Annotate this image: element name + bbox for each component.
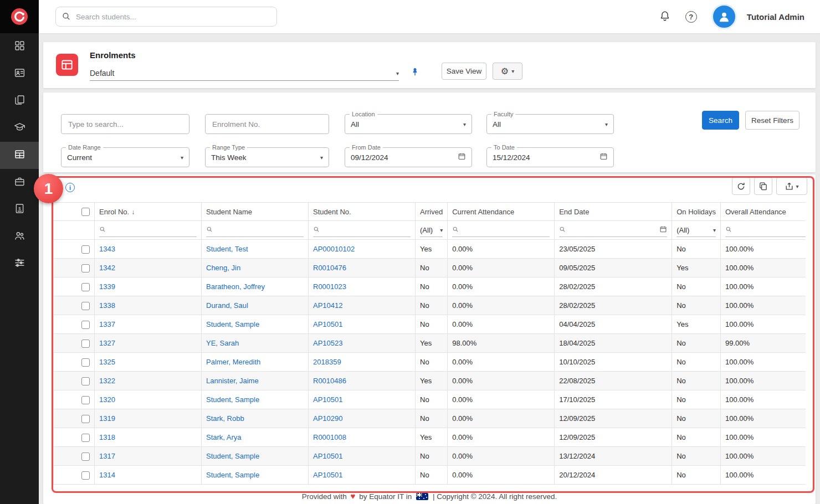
- student_name-link[interactable]: Lannister, Jaime: [206, 377, 259, 385]
- filter-input-enrol_no[interactable]: [109, 225, 197, 234]
- app-logo[interactable]: [0, 0, 39, 33]
- select-all-checkbox[interactable]: [81, 208, 90, 216]
- filter-on_holidays[interactable]: (All)▾: [672, 221, 721, 240]
- to-date-field[interactable]: To Date 15/12/2024: [486, 147, 614, 167]
- filter-input-overall_attendance[interactable]: [735, 225, 806, 234]
- enrol_no-link[interactable]: 1325: [99, 358, 115, 366]
- enrol_no-link[interactable]: 1339: [99, 282, 115, 291]
- reset-filters-button[interactable]: Reset Filters: [745, 111, 800, 130]
- view-settings-button[interactable]: ⚙ ▾: [493, 63, 522, 80]
- filter-search-input[interactable]: [67, 120, 183, 129]
- help-button[interactable]: ?: [685, 11, 697, 23]
- sidebar-item-jobs[interactable]: [0, 169, 39, 196]
- avatar[interactable]: [711, 4, 737, 29]
- export-button[interactable]: ▾: [776, 177, 807, 195]
- student_no-link[interactable]: R0010486: [313, 377, 346, 385]
- student_name-link[interactable]: YE, Sarah: [206, 339, 239, 347]
- info-icon[interactable]: i: [65, 183, 75, 192]
- student_no-link[interactable]: R0001023: [313, 282, 346, 291]
- student_name-link[interactable]: Stark, Robb: [206, 414, 244, 423]
- filter-input-current_attendance[interactable]: [462, 225, 550, 234]
- enrol_no-link[interactable]: 1342: [99, 264, 115, 272]
- enrolment-no-input[interactable]: [211, 120, 323, 129]
- student_name-link[interactable]: Student, Sample: [206, 452, 259, 460]
- student_no-link[interactable]: AP10523: [313, 339, 343, 347]
- enrol_no-link[interactable]: 1337: [99, 320, 115, 328]
- filter-input-student_no[interactable]: [322, 225, 411, 234]
- filter-current_attendance[interactable]: [448, 221, 555, 240]
- filter-input-end_date[interactable]: [568, 225, 657, 234]
- enrol_no-link[interactable]: 1317: [99, 452, 115, 460]
- row-checkbox[interactable]: [81, 377, 90, 385]
- column-header-arrived[interactable]: Arrived: [416, 203, 448, 221]
- save-view-button[interactable]: Save View: [442, 63, 486, 80]
- sidebar-item-courses[interactable]: [0, 115, 39, 142]
- student_name-link[interactable]: Student, Sample: [206, 471, 259, 479]
- row-checkbox[interactable]: [81, 302, 90, 310]
- refresh-button[interactable]: [732, 177, 750, 195]
- column-header-enrol_no[interactable]: Enrol No.↓: [95, 203, 202, 221]
- filter-student_no[interactable]: [309, 221, 416, 240]
- student_no-link[interactable]: AP10501: [313, 320, 343, 328]
- notifications-button[interactable]: [659, 10, 671, 24]
- student_name-link[interactable]: Stark, Arya: [206, 433, 242, 441]
- column-header-student_no[interactable]: Student No.: [309, 203, 416, 221]
- faculty-select[interactable]: Faculty All ▾: [486, 114, 614, 134]
- row-checkbox[interactable]: [81, 321, 90, 329]
- student_no-link[interactable]: AP10501: [313, 395, 343, 404]
- column-header-overall_attendance[interactable]: Overall Attendance: [721, 203, 806, 221]
- student_no-link[interactable]: AP10501: [313, 471, 343, 479]
- row-checkbox[interactable]: [81, 452, 90, 461]
- sidebar-item-enrolments[interactable]: [0, 142, 39, 169]
- student_no-link[interactable]: AP10290: [313, 414, 343, 423]
- row-checkbox[interactable]: [81, 471, 90, 480]
- enrol_no-link[interactable]: 1314: [99, 471, 115, 479]
- filter-student_name[interactable]: [202, 221, 309, 240]
- student_no-link[interactable]: 2018359: [313, 358, 341, 366]
- search-button[interactable]: Search: [702, 111, 739, 130]
- student_name-link[interactable]: Cheng, Jin: [206, 264, 240, 272]
- filter-arrived[interactable]: (All)▾: [416, 221, 448, 240]
- student_name-link[interactable]: Palmer, Meredith: [206, 358, 260, 366]
- filter-enrol_no[interactable]: [95, 221, 202, 240]
- enrolment-no-field[interactable]: [205, 114, 329, 134]
- enrol_no-link[interactable]: 1343: [99, 245, 115, 253]
- student_no-link[interactable]: AP00010102: [313, 245, 355, 253]
- student_name-link[interactable]: Student, Test: [206, 245, 248, 253]
- column-header-student_name[interactable]: Student Name: [202, 203, 309, 221]
- student_name-link[interactable]: Student, Sample: [206, 395, 259, 404]
- date-range-select[interactable]: Date Range Current ▾: [61, 147, 189, 167]
- view-select[interactable]: Default ▾: [90, 66, 399, 81]
- location-select[interactable]: Location All ▾: [345, 114, 472, 134]
- user-name[interactable]: Tutorial Admin: [747, 12, 804, 22]
- filter-input-student_name[interactable]: [216, 225, 304, 234]
- sidebar-item-agents[interactable]: [0, 223, 39, 250]
- from-date-field[interactable]: From Date 09/12/2024: [345, 147, 472, 167]
- column-header-end_date[interactable]: End Date: [555, 203, 672, 221]
- enrol_no-link[interactable]: 1322: [99, 377, 115, 385]
- enrol_no-link[interactable]: 1320: [99, 395, 115, 404]
- student_no-link[interactable]: R0001008: [313, 433, 346, 441]
- student_name-link[interactable]: Baratheon, Joffrey: [206, 282, 265, 291]
- row-checkbox[interactable]: [81, 264, 90, 272]
- sidebar-item-contacts[interactable]: [0, 60, 39, 88]
- student_no-link[interactable]: AP10501: [313, 452, 343, 460]
- row-checkbox[interactable]: [81, 434, 90, 442]
- student_no-link[interactable]: AP10412: [313, 301, 343, 310]
- row-checkbox[interactable]: [81, 358, 90, 367]
- sidebar-item-documents[interactable]: [0, 88, 39, 115]
- enrol_no-link[interactable]: 1338: [99, 301, 115, 310]
- student_no-link[interactable]: R0010476: [313, 264, 346, 272]
- student_name-link[interactable]: Student, Sample: [206, 320, 259, 328]
- enrol_no-link[interactable]: 1318: [99, 433, 115, 441]
- row-checkbox[interactable]: [81, 396, 90, 404]
- filter-end_date[interactable]: [555, 221, 672, 240]
- sidebar-item-billing[interactable]: $: [0, 196, 39, 223]
- pin-view-button[interactable]: [409, 65, 421, 79]
- search-students-input[interactable]: [55, 7, 277, 27]
- row-checkbox[interactable]: [81, 245, 90, 254]
- filter-overall_attendance[interactable]: [721, 221, 806, 240]
- range-type-select[interactable]: Range Type This Week ▾: [205, 147, 329, 167]
- enrol_no-link[interactable]: 1319: [99, 414, 115, 423]
- sidebar-item-dashboard[interactable]: [0, 33, 39, 60]
